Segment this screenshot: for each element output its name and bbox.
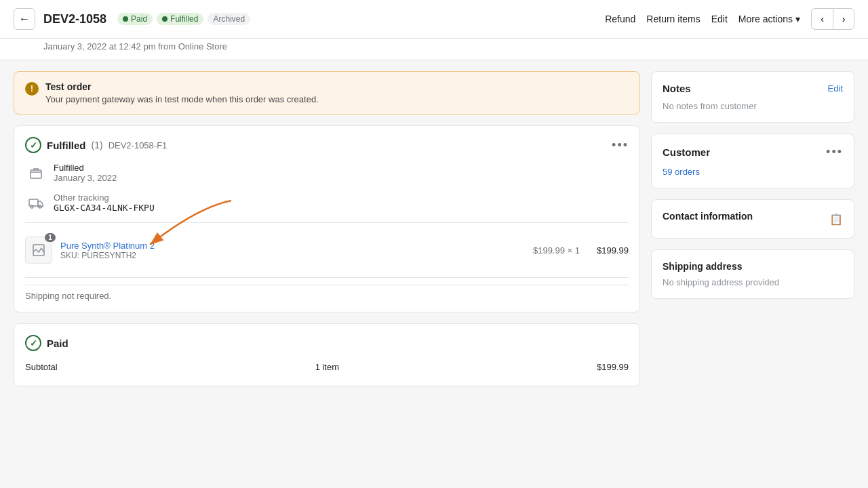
notes-card: Notes Edit No notes from customer — [651, 71, 854, 123]
fulfillment-status: Fulfilled — [54, 163, 117, 173]
shipping-address-card: Shipping address No shipping address pro… — [651, 249, 854, 299]
shipping-note: Shipping not required. — [25, 285, 629, 301]
customer-header: Customer ••• — [663, 145, 843, 159]
edit-button[interactable]: Edit — [711, 14, 728, 24]
clipboard-icon[interactable]: 📋 — [829, 213, 843, 226]
left-column: ! Test order Your payment gateway was in… — [14, 71, 640, 386]
refund-button[interactable]: Refund — [605, 14, 635, 24]
return-items-button[interactable]: Return items — [646, 14, 700, 24]
fulfilled-title: ✓ Fulfilled (1) DEV2-1058-F1 — [25, 137, 167, 153]
paid-check-icon: ✓ — [25, 335, 41, 351]
product-row: 1 Pure Synth® Platinum 2 SKU: PURESYNTH2… — [25, 230, 629, 270]
tracking-row: Other tracking GLGX-CA34-4LNK-FKPU — [25, 192, 629, 214]
shipping-title: Shipping address — [663, 261, 843, 272]
more-actions-button[interactable]: More actions ▾ — [738, 14, 800, 24]
notes-edit-link[interactable]: Edit — [828, 83, 843, 94]
back-button[interactable]: ← — [14, 8, 35, 30]
product-sku: SKU: PURESYNTH2 — [60, 251, 155, 260]
fulfilled-check-icon: ✓ — [25, 137, 41, 153]
right-column: Notes Edit No notes from customer Custom… — [651, 71, 854, 386]
alert-title: Test order — [45, 81, 319, 92]
product-image: 1 — [25, 237, 52, 264]
svg-point-3 — [31, 205, 33, 208]
fulfilled-header: ✓ Fulfilled (1) DEV2-1058-F1 ••• — [25, 137, 629, 153]
nav-buttons: ‹ › — [811, 8, 854, 30]
notes-title: Notes — [663, 83, 691, 94]
paid-title: ✓ Paid — [25, 335, 629, 351]
shipping-empty-text: No shipping address provided — [663, 277, 843, 287]
badge-archived: Archived — [208, 13, 250, 25]
truck-icon — [25, 192, 47, 214]
status-badges: Paid Fulfilled Archived — [117, 13, 250, 25]
package-icon — [25, 163, 47, 184]
contact-title: Contact information — [663, 211, 753, 222]
customer-orders-link[interactable]: 59 orders — [663, 167, 700, 177]
tracking-number: GLGX-CA34-4LNK-FKPU — [54, 203, 155, 213]
notes-empty-text: No notes from customer — [663, 101, 843, 111]
fulfillment-date: January 3, 2022 — [54, 173, 117, 183]
tracking-label: Other tracking — [54, 192, 155, 203]
test-order-banner: ! Test order Your payment gateway was in… — [14, 71, 640, 115]
order-date: January 3, 2022 at 12:42 pm from Online … — [0, 39, 868, 60]
warning-icon: ! — [25, 82, 39, 96]
subtotal-label: Subtotal — [25, 362, 58, 372]
chevron-down-icon: ▾ — [795, 14, 800, 24]
fulfilled-dot-icon — [162, 16, 167, 22]
page-header: ← DEV2-1058 Paid Fulfilled Archived Refu… — [0, 0, 868, 39]
order-id: DEV2-1058 — [43, 12, 106, 26]
product-price: $199.99 × 1 — [533, 245, 580, 256]
fulfillment-status-row: Fulfilled January 3, 2022 — [25, 163, 629, 184]
contact-info-card: Contact information 📋 — [651, 199, 854, 239]
paid-dot-icon — [123, 16, 128, 22]
customer-more-button[interactable]: ••• — [826, 145, 843, 159]
fulfillment-id: DEV2-1058-F1 — [108, 140, 167, 150]
customer-title: Customer — [663, 146, 710, 158]
product-qty-badge: 1 — [45, 233, 56, 242]
subtotal-items: 1 item — [315, 362, 339, 372]
svg-rect-1 — [31, 170, 41, 178]
subtotal-row: Subtotal 1 item $199.99 — [25, 359, 629, 375]
product-name-link[interactable]: Pure Synth® Platinum 2 — [60, 241, 155, 251]
main-content: ! Test order Your payment gateway was in… — [0, 60, 868, 397]
nav-next-button[interactable]: › — [833, 8, 854, 30]
subtotal-value: $199.99 — [597, 362, 629, 372]
badge-fulfilled: Fulfilled — [157, 13, 203, 25]
svg-rect-2 — [29, 199, 38, 206]
product-total: $199.99 — [588, 245, 629, 256]
badge-paid: Paid — [117, 13, 153, 25]
header-actions: Refund Return items Edit More actions ▾ … — [605, 8, 854, 30]
notes-header: Notes Edit — [663, 83, 843, 94]
fulfillment-more-button[interactable]: ••• — [612, 138, 629, 152]
paid-card: ✓ Paid Subtotal 1 item $199.99 — [14, 323, 640, 386]
alert-body: Your payment gateway was in test mode wh… — [45, 94, 319, 104]
fulfilled-card: ✓ Fulfilled (1) DEV2-1058-F1 ••• Fulfill… — [14, 125, 640, 312]
customer-card: Customer ••• 59 orders — [651, 134, 854, 188]
nav-prev-button[interactable]: ‹ — [811, 8, 833, 30]
